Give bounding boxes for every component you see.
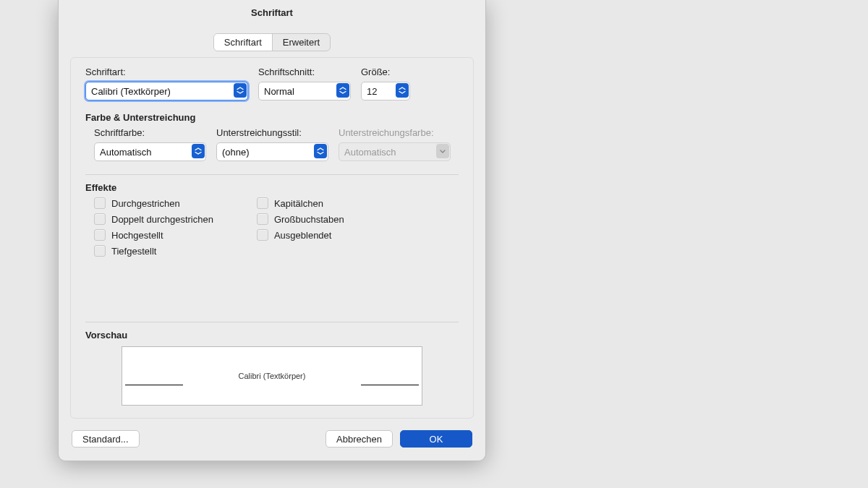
section-preview: Vorschau (85, 330, 459, 341)
preview-box: Calibri (Textkörper) (122, 346, 422, 406)
checkbox-label: Hochgestellt (111, 230, 163, 241)
chevron-down-icon (436, 144, 449, 158)
checkbox-box[interactable] (94, 245, 106, 257)
dialog-footer: Standard... Abbrechen OK (59, 426, 485, 461)
size-combo[interactable] (361, 82, 410, 100)
section-color-underline: Farbe & Unterstreichung (85, 112, 459, 123)
checkbox-box[interactable] (257, 213, 268, 225)
divider (85, 174, 459, 175)
checkbox-double-strikethrough[interactable]: Doppelt durchgestrichen (94, 213, 213, 225)
label-underline-style: Unterstreichungsstil: (216, 127, 328, 138)
chevron-down-icon[interactable] (314, 144, 327, 158)
font-dialog: Schriftart Schriftart Erweitert Schrifta… (58, 0, 486, 461)
font-combo[interactable] (85, 82, 248, 100)
checkbox-box[interactable] (94, 213, 106, 225)
checkbox-label: Durchgestrichen (111, 198, 180, 209)
checkbox-label: Doppelt durchgestrichen (111, 214, 213, 225)
checkbox-box[interactable] (257, 229, 268, 241)
checkbox-box[interactable] (94, 229, 106, 241)
label-style: Schriftschnitt: (258, 67, 351, 77)
style-combo[interactable] (258, 82, 351, 100)
checkbox-label: Ausgeblendet (274, 230, 332, 241)
cancel-button[interactable]: Abbrechen (326, 430, 393, 448)
tab-segmented: Schriftart Erweitert (213, 33, 331, 51)
checkbox-label: Kapitälchen (274, 198, 323, 209)
preview-text: Calibri (Textkörper) (239, 372, 306, 380)
preview-baseline (125, 385, 183, 385)
underline-style-combo[interactable] (216, 142, 328, 161)
font-color-input[interactable] (94, 142, 206, 161)
checkbox-label: Großbuchstaben (274, 214, 344, 225)
checkbox-box[interactable] (257, 197, 268, 209)
chevron-down-icon[interactable] (396, 83, 409, 98)
label-font: Schriftart: (85, 67, 248, 77)
checkbox-hidden[interactable]: Ausgeblendet (257, 229, 344, 241)
tab-font[interactable]: Schriftart (214, 34, 273, 51)
checkbox-superscript[interactable]: Hochgestellt (94, 229, 213, 241)
checkbox-strikethrough[interactable]: Durchgestrichen (94, 197, 213, 209)
checkbox-subscript[interactable]: Tiefgestellt (94, 245, 213, 257)
effects-grid: Durchgestrichen Doppelt durchgestrichen … (94, 197, 459, 257)
tab-advanced[interactable]: Erweitert (273, 34, 330, 51)
chevron-down-icon[interactable] (234, 83, 247, 98)
ok-button[interactable]: OK (400, 430, 472, 448)
underline-color-input (339, 142, 451, 161)
preview-baseline (361, 385, 419, 385)
label-size: Größe: (361, 67, 410, 77)
checkbox-label: Tiefgestellt (111, 246, 156, 257)
section-effects: Effekte (85, 182, 459, 193)
default-button[interactable]: Standard... (72, 430, 140, 448)
underline-style-input[interactable] (216, 142, 328, 161)
chevron-down-icon[interactable] (192, 144, 205, 158)
font-input[interactable] (85, 82, 248, 100)
checkbox-small-caps[interactable]: Kapitälchen (257, 197, 344, 209)
checkbox-box[interactable] (94, 197, 106, 209)
checkbox-all-caps[interactable]: Großbuchstaben (257, 213, 344, 225)
font-panel: Schriftart: Schriftschnitt: (70, 57, 474, 419)
dialog-title: Schriftart (59, 0, 485, 26)
label-underline-color: Unterstreichungsfarbe: (339, 127, 451, 138)
tab-row: Schriftart Erweitert (59, 26, 485, 51)
chevron-down-icon[interactable] (336, 83, 349, 98)
underline-color-combo (339, 142, 451, 161)
font-color-combo[interactable] (94, 142, 206, 161)
divider (85, 322, 459, 322)
label-font-color: Schriftfarbe: (94, 127, 206, 138)
